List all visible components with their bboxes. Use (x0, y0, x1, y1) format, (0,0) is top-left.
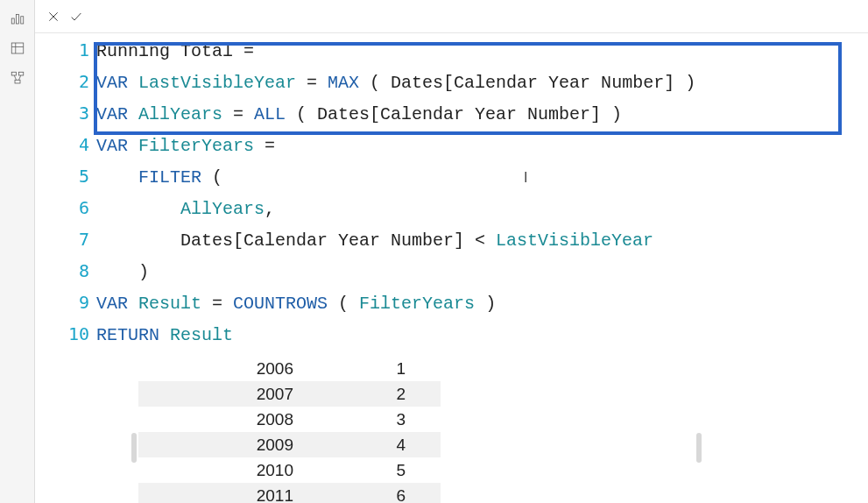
spacer-cell (441, 407, 695, 432)
code-line[interactable]: 2VAR LastVisibleYear = MAX ( Dates[Calen… (35, 67, 868, 98)
code-content[interactable]: FILTER ( (96, 163, 222, 193)
svg-rect-2 (20, 17, 23, 24)
scroll-handle-left[interactable] (131, 433, 137, 463)
code-content[interactable]: VAR LastVisibleYear = MAX ( Dates[Calend… (96, 68, 695, 98)
table-row: 20083 (138, 407, 695, 432)
code-content[interactable]: ) (96, 258, 149, 287)
table-row: 20094 (138, 432, 695, 457)
code-line[interactable]: 10RETURN Result (35, 319, 868, 351)
code-line[interactable]: 5 FILTER ( (35, 161, 868, 193)
year-cell: 2007 (138, 381, 335, 407)
table-icon[interactable] (10, 40, 25, 56)
year-cell: 2011 (138, 483, 335, 503)
scroll-handle-right[interactable] (696, 433, 702, 463)
cancel-button[interactable] (42, 5, 65, 28)
svg-rect-0 (11, 18, 14, 24)
code-line[interactable]: 8 ) (35, 256, 868, 287)
spacer-cell (441, 381, 695, 407)
line-number: 7 (35, 224, 96, 254)
table-row: 20116 (138, 483, 695, 503)
svg-line-10 (18, 75, 20, 80)
value-cell: 3 (335, 407, 441, 432)
spacer-cell (441, 356, 695, 381)
spacer-cell (441, 432, 695, 457)
code-content[interactable]: VAR FilterYears = (96, 131, 275, 161)
result-table: 200612007220083200942010520116Total6 (138, 356, 695, 503)
code-content[interactable]: VAR Result = COUNTROWS ( FilterYears ) (96, 289, 496, 319)
view-rail (0, 0, 35, 503)
svg-rect-6 (11, 72, 16, 75)
formula-header (35, 0, 868, 33)
svg-rect-3 (11, 43, 24, 53)
code-line[interactable]: 1Running Total = (35, 35, 868, 67)
line-number: 10 (35, 319, 96, 349)
code-line[interactable]: 9VAR Result = COUNTROWS ( FilterYears ) (35, 287, 868, 319)
spacer-cell (441, 483, 695, 503)
year-cell: 2006 (138, 356, 335, 381)
table-row: 20105 (138, 457, 695, 483)
year-cell: 2009 (138, 432, 335, 457)
line-number: 2 (35, 67, 96, 96)
code-content[interactable]: Running Total = (96, 37, 265, 67)
spacer-cell (441, 457, 695, 483)
code-content[interactable]: Dates[Calendar Year Number] < LastVisibl… (96, 226, 653, 256)
table-row: 20072 (138, 381, 695, 407)
chart-bar-icon[interactable] (10, 11, 25, 26)
code-line[interactable]: 4VAR FilterYears = (35, 130, 868, 161)
svg-rect-8 (15, 80, 20, 83)
code-content[interactable]: AllYears, (96, 195, 275, 224)
year-cell: 2010 (138, 457, 335, 483)
value-cell: 4 (335, 432, 441, 457)
year-cell: 2008 (138, 407, 335, 432)
value-cell: 1 (335, 356, 441, 381)
line-number: 6 (35, 193, 96, 223)
line-number: 8 (35, 256, 96, 286)
code-line[interactable]: 7 Dates[Calendar Year Number] < LastVisi… (35, 224, 868, 256)
line-number: 5 (35, 161, 96, 191)
svg-line-9 (14, 75, 16, 80)
result-table-wrap: 200612007220083200942010520116Total6 (138, 356, 695, 503)
value-cell: 2 (335, 381, 441, 407)
svg-rect-7 (18, 72, 23, 75)
main-area: I 1Running Total = 2VAR LastVisibleYear … (35, 0, 868, 503)
value-cell: 6 (335, 483, 441, 503)
code-line[interactable]: 3VAR AllYears = ALL ( Dates[Calendar Yea… (35, 98, 868, 130)
model-icon[interactable] (10, 70, 25, 86)
line-number: 9 (35, 287, 96, 317)
line-number: 3 (35, 98, 96, 128)
formula-editor[interactable]: I 1Running Total = 2VAR LastVisibleYear … (35, 33, 868, 351)
svg-rect-1 (16, 15, 18, 25)
line-number: 1 (35, 35, 96, 65)
value-cell: 5 (335, 457, 441, 483)
line-number: 4 (35, 130, 96, 159)
code-content[interactable]: VAR AllYears = ALL ( Dates[Calendar Year… (96, 100, 622, 130)
table-row: 20061 (138, 356, 695, 381)
code-line[interactable]: 6 AllYears, (35, 193, 868, 224)
commit-button[interactable] (65, 5, 88, 28)
code-content[interactable]: RETURN Result (96, 321, 233, 351)
